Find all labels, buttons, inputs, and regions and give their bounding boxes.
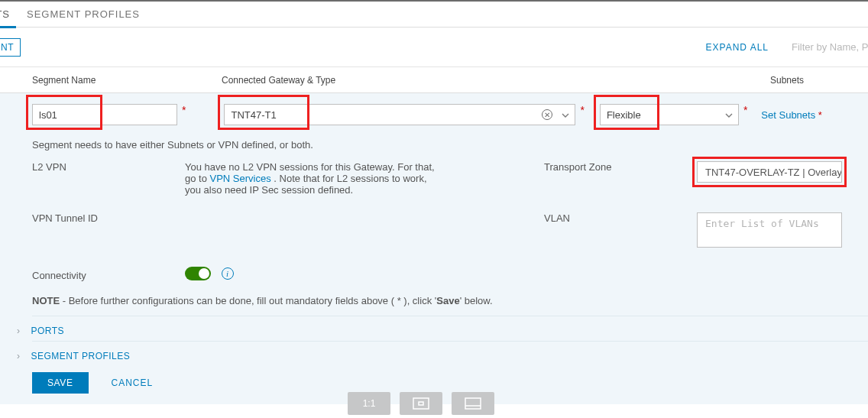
grid-header: Segment Name Connected Gateway & Type Su… — [0, 67, 868, 93]
layout-icon[interactable] — [452, 392, 494, 415]
svg-rect-0 — [413, 398, 429, 409]
chevron-right-icon: › — [17, 326, 21, 336]
expand-all-link[interactable]: EXPAND ALL — [706, 42, 769, 53]
canvas-toolbar: 1:1 — [348, 392, 494, 415]
vpn-tunnel-id-value — [185, 212, 544, 250]
header-segment-name: Segment Name — [32, 75, 222, 86]
segment-name-wrap — [32, 104, 177, 125]
gateway-wrap: ✕ — [224, 104, 575, 125]
connectivity-toggle[interactable] — [185, 267, 211, 280]
input-row: * ✕ * * Set Subnets * — [0, 93, 868, 136]
info-icon[interactable]: i — [222, 267, 234, 280]
type-wrap — [600, 104, 739, 125]
transport-zone-label: Transport Zone — [544, 161, 697, 196]
type-select[interactable] — [600, 104, 739, 125]
fit-screen-icon[interactable] — [400, 392, 442, 415]
action-row: NT EXPAND ALL — [0, 28, 868, 67]
connectivity-label: Connectivity — [32, 267, 185, 281]
hint-text: Segment needs to have either Subnets or … — [0, 136, 868, 161]
zoom-reset-icon[interactable]: 1:1 — [348, 392, 390, 415]
svg-rect-1 — [419, 402, 423, 405]
add-segment-button[interactable]: NT — [0, 38, 21, 57]
transport-zone-select[interactable]: TNT47-OVERLAY-TZ | Overlay — [697, 161, 842, 183]
cancel-link[interactable]: CANCEL — [112, 377, 154, 388]
details-grid: L2 VPN You have no L2 VPN sessions for t… — [0, 161, 868, 281]
svg-rect-2 — [465, 398, 481, 409]
vpn-tunnel-id-label: VPN Tunnel ID — [32, 212, 185, 250]
gateway-input[interactable] — [224, 104, 575, 125]
tab-bar: NTS SEGMENT PROFILES — [0, 2, 868, 28]
filter-input[interactable] — [792, 38, 868, 57]
expander-segment-profiles[interactable]: ›SEGMENT PROFILES — [0, 342, 868, 361]
required-indicator: * — [182, 104, 186, 116]
vlan-input[interactable] — [697, 212, 842, 248]
expander-ports[interactable]: ›PORTS — [0, 316, 868, 336]
page-root: NTS SEGMENT PROFILES NT EXPAND ALL Segme… — [0, 0, 868, 418]
vpn-services-link[interactable]: VPN Services — [210, 173, 271, 184]
note-text: NOTE - Before further configurations can… — [0, 281, 868, 311]
l2vpn-text: You have no L2 VPN sessions for this Gat… — [185, 161, 544, 196]
segment-edit-panel: * ✕ * * Set Subnets * Segment needs to h… — [0, 93, 868, 404]
vlan-label: VLAN — [544, 212, 697, 250]
set-subnets-link[interactable]: Set Subnets * — [761, 109, 822, 121]
segment-name-input[interactable] — [32, 104, 177, 125]
header-gateway: Connected Gateway & Type — [222, 75, 770, 86]
chevron-right-icon: › — [17, 351, 21, 361]
required-indicator: * — [580, 104, 584, 116]
tab-segments[interactable]: NTS — [0, 2, 24, 28]
tab-segment-profiles[interactable]: SEGMENT PROFILES — [24, 2, 154, 28]
l2vpn-label: L2 VPN — [32, 161, 185, 196]
save-bar: SAVE CANCEL — [0, 361, 868, 394]
save-button[interactable]: SAVE — [32, 372, 89, 394]
required-indicator: * — [743, 104, 747, 116]
header-subnets: Subnets — [770, 75, 868, 86]
